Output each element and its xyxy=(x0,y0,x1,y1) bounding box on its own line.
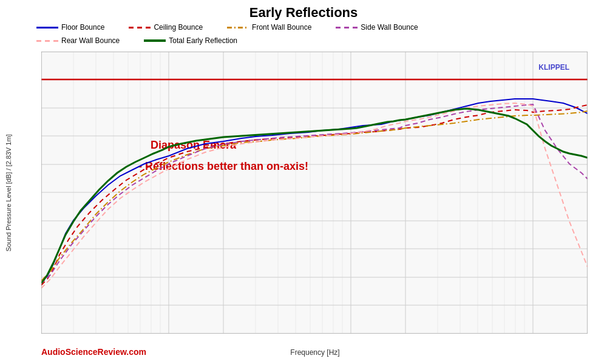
svg-text:- Reflections better than on-a: - Reflections better than on-axis! xyxy=(138,160,308,172)
legend-side-wall: Side Wall Bounce xyxy=(336,23,418,32)
legend-line-side-wall xyxy=(336,27,358,29)
legend-line-ceiling xyxy=(129,27,151,29)
legend-label-front-wall: Front Wall Bounce xyxy=(252,23,311,32)
legend-front-wall: Front Wall Bounce xyxy=(227,23,311,32)
legend-ceiling-bounce: Ceiling Bounce xyxy=(129,23,203,32)
legend-label-floor: Floor Bounce xyxy=(61,23,104,32)
svg-text:KLIPPEL: KLIPPEL xyxy=(538,63,569,72)
legend-label-side-wall: Side Wall Bounce xyxy=(361,23,418,32)
legend-label-ceiling: Ceiling Bounce xyxy=(154,23,203,32)
legend-rear-wall: Rear Wall Bounce xyxy=(36,36,120,45)
legend-area: Floor Bounce Ceiling Bounce Front Wall B… xyxy=(0,23,607,46)
y-axis-label: Sound Pressure Level [dB] / [2.83V 1m] xyxy=(5,134,12,251)
legend-line-front-wall xyxy=(227,27,249,29)
legend-label-total: Total Early Reflection xyxy=(169,36,237,45)
legend-total-early: Total Early Reflection xyxy=(144,36,237,45)
chart-container: Early Reflections Floor Bounce Ceiling B… xyxy=(0,0,607,364)
legend-label-rear-wall: Rear Wall Bounce xyxy=(61,36,120,45)
legend-line-total xyxy=(144,39,166,42)
legend-line-floor xyxy=(36,27,58,29)
legend-line-rear-wall xyxy=(36,40,58,42)
watermark: AudioScienceReview.com xyxy=(41,347,146,357)
chart-title: Early Reflections xyxy=(0,0,607,23)
chart-svg: 90 85 80 75 70 65 60 55 50 45 40 10 2 10… xyxy=(41,52,588,334)
y-axis-label-container: Sound Pressure Level [dB] / [2.83V 1m] xyxy=(3,52,14,334)
legend-floor-bounce: Floor Bounce xyxy=(36,23,104,32)
